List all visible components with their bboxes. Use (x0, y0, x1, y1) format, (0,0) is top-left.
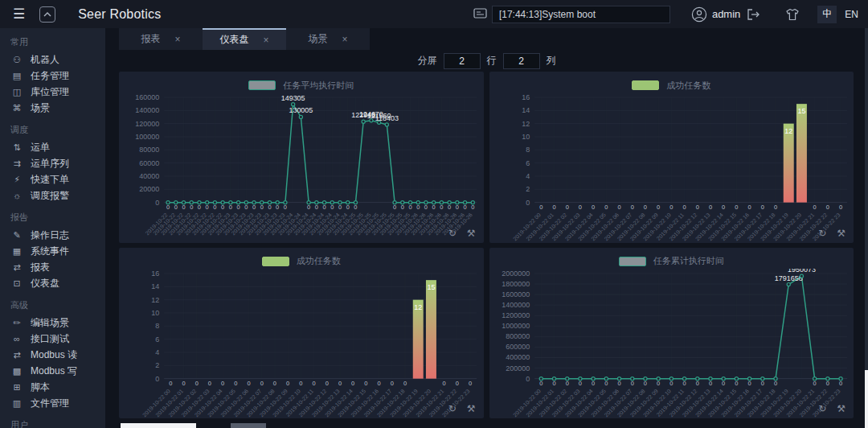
svg-text:0: 0 (221, 204, 224, 211)
svg-text:0: 0 (735, 379, 738, 386)
svg-text:0: 0 (244, 204, 248, 211)
logout-icon[interactable] (747, 8, 761, 21)
sidebar-item-dashboard[interactable]: ⊡仪表盘 (0, 275, 105, 291)
sidebar-item-order-sequence[interactable]: ⇉运单序列 (0, 155, 105, 171)
horizontal-scrollbar-thumb[interactable] (121, 423, 196, 428)
close-icon[interactable]: × (342, 34, 347, 45)
close-icon[interactable]: × (174, 34, 180, 45)
sidebar-item-operation-log[interactable]: ✎操作日志 (0, 227, 105, 243)
svg-text:0: 0 (190, 204, 193, 211)
sidebar-item-label: 快速下单 (31, 173, 69, 187)
collapse-sidebar-button[interactable] (39, 6, 55, 23)
sidebar-item-robot[interactable]: ⚇机器人 (0, 51, 105, 68)
chart-legend[interactable]: 任务累计执行时间 (489, 248, 854, 269)
svg-text:0: 0 (208, 379, 211, 386)
sidebar-section-label: 常用 (0, 28, 105, 51)
svg-text:2000000: 2000000 (502, 269, 530, 277)
horizontal-scrollbar-thumb-secondary[interactable] (231, 423, 266, 428)
sidebar-item-file-management[interactable]: ▥文件管理 (0, 395, 105, 411)
user-name[interactable]: admin (712, 8, 740, 20)
svg-text:0: 0 (592, 204, 595, 211)
chart-legend[interactable]: 成功任务数 (119, 248, 484, 269)
sidebar-item-label: 机器人 (31, 53, 59, 67)
tools-icon[interactable]: ⚒ (467, 403, 476, 414)
sidebar-section-label: 用户 (0, 411, 105, 428)
sidebar-item-label: 场景 (31, 101, 50, 115)
svg-text:0: 0 (393, 204, 396, 211)
chart-legend[interactable]: 成功任务数 (489, 72, 854, 93)
svg-text:10: 10 (151, 308, 159, 316)
sidebar-item-report[interactable]: ⇄报表 (0, 259, 105, 275)
sidebar-scrollbar-thumb[interactable] (865, 370, 868, 428)
chart-title: 任务平均执行时间 (283, 80, 354, 92)
svg-text:2: 2 (155, 361, 159, 369)
language-en-button[interactable]: EN (845, 9, 858, 20)
chart-legend[interactable]: 任务平均执行时间 (119, 72, 484, 93)
sidebar-item-task-management[interactable]: ▤任务管理 (0, 68, 105, 84)
svg-text:0: 0 (760, 379, 764, 386)
sidebar-item-dispatch-alarm[interactable]: ☼调度报警 (0, 187, 105, 204)
modbus-write-icon: ▩ (10, 366, 23, 377)
sidebar-item-modbus-read[interactable]: ⇄Modbus 读 (0, 347, 105, 363)
cols-input[interactable] (503, 53, 540, 69)
svg-text:0: 0 (166, 204, 170, 211)
edit-scene-icon: ✏ (10, 318, 23, 328)
split-label: 分屏 (418, 54, 437, 68)
svg-text:0: 0 (237, 204, 240, 211)
sidebar-item-modbus-write[interactable]: ▩Modbus 写 (0, 363, 105, 379)
app-title: Seer Robotics (78, 7, 161, 22)
script-icon: ⊞ (10, 382, 23, 393)
svg-text:6: 6 (526, 159, 530, 167)
user-avatar-icon[interactable] (691, 6, 707, 23)
sidebar-scrollbar-track[interactable] (865, 28, 868, 428)
menu-icon[interactable]: ☰ (13, 6, 25, 23)
chevron-up-icon (43, 11, 51, 18)
sidebar-item-script[interactable]: ⊞脚本 (0, 379, 105, 395)
svg-text:0: 0 (760, 204, 764, 211)
refresh-icon[interactable]: ↻ (448, 403, 457, 414)
refresh-icon[interactable]: ↻ (818, 403, 826, 414)
sidebar-item-storage-management[interactable]: ◫库位管理 (0, 84, 105, 100)
tab-1[interactable]: 报表× (119, 28, 203, 50)
refresh-icon[interactable]: ↻ (818, 228, 826, 239)
chart-title: 任务累计执行时间 (653, 255, 724, 267)
svg-text:12: 12 (784, 127, 792, 135)
close-icon[interactable]: × (263, 35, 268, 46)
refresh-icon[interactable]: ↻ (448, 228, 457, 239)
svg-text:0: 0 (456, 204, 459, 211)
tab-3[interactable]: 场景× (286, 28, 370, 50)
tools-icon[interactable]: ⚒ (837, 228, 845, 239)
sidebar-item-api-test[interactable]: ∞接口测试 (0, 331, 105, 347)
svg-text:0: 0 (221, 379, 224, 386)
svg-text:0: 0 (578, 379, 581, 386)
sidebar-item-edit-scene[interactable]: ✏编辑场景 (0, 315, 105, 331)
svg-text:0: 0 (322, 204, 326, 211)
sidebar-item-quick-order[interactable]: ⚡快速下单 (0, 171, 105, 187)
tab-2[interactable]: 仪表盘× (203, 28, 286, 50)
svg-text:0: 0 (838, 379, 841, 386)
svg-text:0: 0 (825, 204, 829, 211)
svg-text:0: 0 (346, 204, 350, 211)
sidebar-item-scene[interactable]: ⌘场景 (0, 100, 105, 116)
theme-skin-icon[interactable] (785, 8, 800, 21)
svg-text:0: 0 (643, 379, 646, 386)
sidebar-item-system-event[interactable]: ▦系统事件 (0, 243, 105, 259)
sidebar-nav: 常用⚇机器人▤任务管理◫库位管理⌘场景调度⇅运单⇉运单序列⚡快速下单☼调度报警报… (0, 28, 105, 428)
svg-text:0: 0 (539, 379, 542, 386)
sidebar-item-label: Modbus 写 (31, 364, 77, 378)
rows-input[interactable] (444, 53, 481, 69)
system-message-icon (473, 8, 487, 20)
sidebar-item-transport-order[interactable]: ⇅运单 (0, 139, 105, 155)
svg-text:0: 0 (182, 204, 185, 211)
transport-order-icon: ⇅ (10, 142, 23, 153)
svg-text:0: 0 (539, 204, 542, 211)
system-message-input[interactable] (492, 6, 670, 23)
svg-text:0: 0 (286, 379, 289, 386)
tools-icon[interactable]: ⚒ (467, 228, 476, 239)
tools-icon[interactable]: ⚒ (837, 403, 845, 414)
svg-text:0: 0 (440, 204, 443, 211)
cols-label: 列 (547, 54, 556, 68)
language-zh-button[interactable]: 中 (817, 6, 837, 23)
svg-text:12: 12 (414, 302, 422, 311)
dashboard-icon: ⊡ (10, 278, 23, 289)
